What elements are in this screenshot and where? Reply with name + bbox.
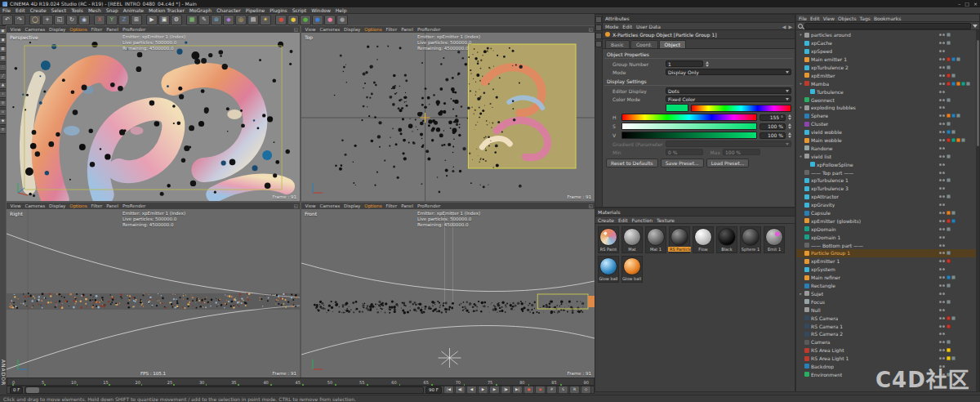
viewport-menu-item[interactable]: Options — [68, 27, 89, 32]
object-menu-item[interactable]: Bookmarks — [874, 16, 902, 21]
object-row[interactable]: Cluster — [796, 120, 976, 128]
visibility-dots[interactable] — [939, 99, 945, 101]
object-row[interactable]: Camera — [796, 338, 976, 346]
material-thumbnail[interactable]: Mat — [621, 226, 643, 253]
value-value-input[interactable]: 100 % — [760, 132, 786, 139]
transport-button[interactable]: ● — [523, 386, 534, 394]
transport-button[interactable]: ▶ — [489, 386, 500, 394]
object-row[interactable]: xpDomain 1 — [796, 233, 976, 241]
tag-icons[interactable] — [947, 251, 974, 255]
visibility-dots[interactable] — [939, 172, 945, 174]
visibility-dots[interactable] — [939, 341, 945, 343]
tag-icons[interactable] — [947, 300, 974, 304]
left-tool-icon[interactable]: ◼ — [0, 37, 7, 44]
material-thumbnail[interactable]: Flow — [693, 226, 714, 253]
visibility-dots[interactable] — [939, 195, 945, 198]
visibility-dots[interactable] — [939, 50, 945, 52]
viewport-menu-item[interactable]: View — [8, 203, 23, 208]
material-thumbnail[interactable]: Glow ball — [598, 256, 619, 283]
visibility-dots[interactable] — [939, 114, 945, 117]
left-tool-icon[interactable]: ▦ — [0, 46, 7, 53]
tag-icons[interactable] — [947, 211, 974, 215]
viewport-menu-item[interactable]: Cameras — [23, 203, 47, 208]
toolbar-icon[interactable] — [183, 16, 185, 25]
object-row[interactable]: ▾ particles around — [796, 31, 976, 39]
tag-icons[interactable] — [947, 122, 974, 126]
hue-value-input[interactable]: 155 ° — [760, 114, 786, 121]
toolbar-icon[interactable]: ● — [300, 15, 311, 25]
expand-icon[interactable]: ▾ — [799, 33, 803, 37]
filter-icon[interactable] — [973, 25, 978, 28]
close-button[interactable]: × — [973, 1, 978, 7]
viewport-menu-item[interactable]: View — [303, 27, 318, 32]
toolbar-icon[interactable]: + — [42, 15, 53, 25]
visibility-dots[interactable] — [939, 357, 945, 360]
viewport-menu-item[interactable]: Options — [363, 203, 384, 208]
tag-icons[interactable] — [947, 41, 974, 45]
toolbar-icon[interactable]: ▶ — [146, 15, 158, 25]
expand-icon[interactable]: ▸ — [799, 292, 803, 296]
toolbar-icon[interactable]: ⚙ — [171, 15, 182, 25]
materials-menu-item[interactable]: Create — [598, 217, 614, 223]
menu-item[interactable]: Plugins — [267, 7, 290, 13]
menu-item[interactable]: Animate — [121, 7, 146, 13]
viewport-menu-item[interactable]: Cameras — [318, 203, 341, 208]
hue-bar[interactable] — [621, 114, 757, 121]
toolbar-icon[interactable]: ☀ — [260, 15, 271, 25]
menu-item[interactable]: Window — [309, 7, 333, 13]
menu-item[interactable]: Help — [333, 7, 350, 13]
timeline-slider-handle[interactable] — [26, 387, 39, 393]
tag-icons[interactable] — [947, 33, 974, 37]
left-tool-icon[interactable]: ▣ — [0, 28, 7, 35]
visibility-dots[interactable] — [939, 179, 945, 181]
transport-button[interactable]: ▶| — [512, 386, 523, 394]
visibility-dots[interactable] — [939, 139, 945, 141]
material-thumbnail[interactable]: Emit 1 — [764, 226, 785, 253]
toolbar-icon[interactable]: ● — [275, 15, 287, 25]
toolbar-icon[interactable]: ◎ — [235, 15, 247, 25]
saturation-stepper[interactable] — [788, 123, 791, 129]
visibility-dots[interactable] — [939, 187, 945, 190]
object-row[interactable]: xpAttractor — [796, 193, 976, 201]
viewport-menu-item[interactable]: Panel — [399, 203, 416, 208]
toolbar-icon[interactable]: ◉ — [78, 15, 90, 25]
visibility-dots[interactable] — [939, 309, 945, 311]
transport-button[interactable]: ◉ — [535, 386, 546, 394]
menu-item[interactable]: File — [0, 7, 13, 13]
color-swatch[interactable] — [666, 104, 688, 112]
object-scrollbar[interactable] — [976, 30, 979, 391]
transport-button[interactable]: P — [546, 386, 557, 394]
object-row[interactable]: ▾ exploding bubbles — [796, 104, 976, 112]
menu-item[interactable]: Tools — [69, 7, 86, 13]
visibility-dots[interactable] — [939, 252, 945, 254]
object-row[interactable]: xpTurbulence 3 — [796, 185, 976, 193]
menu-item[interactable]: Script — [290, 7, 309, 13]
tag-icons[interactable] — [947, 82, 974, 86]
nav-back-icon[interactable]: ◀ — [782, 24, 786, 29]
toolbar-icon[interactable]: ● — [336, 15, 348, 25]
transport-button[interactable]: |◀ — [443, 386, 454, 394]
mode-dropdown[interactable]: Display Only — [666, 69, 791, 75]
viewport-menu-item[interactable]: Panel — [105, 27, 121, 32]
menu-item[interactable]: Pipeline — [243, 7, 267, 13]
toolbar-icon[interactable]: ▣ — [158, 15, 170, 25]
filter-icon[interactable] — [595, 33, 602, 39]
group-number-input[interactable]: 1 — [666, 60, 703, 67]
visibility-dots[interactable] — [939, 244, 945, 247]
tag-icons[interactable] — [947, 340, 974, 344]
object-row[interactable]: Main emitter 1 — [796, 56, 976, 64]
viewport-menu-item[interactable]: Display — [342, 203, 363, 208]
visibility-dots[interactable] — [939, 325, 945, 328]
left-tool-icon[interactable]: ◎ — [0, 100, 7, 107]
object-row[interactable]: xpTurbulence 1 — [796, 176, 976, 185]
transport-button[interactable]: |▶ — [501, 386, 511, 394]
search-icon[interactable] — [798, 24, 803, 29]
visibility-dots[interactable] — [939, 236, 945, 239]
toolbar-icon[interactable]: ⊚ — [211, 15, 222, 25]
visibility-dots[interactable] — [939, 276, 945, 279]
visibility-dots[interactable] — [939, 349, 945, 351]
nav-forward-icon[interactable]: ▶ — [788, 24, 792, 29]
tab-coord[interactable]: Coord. — [630, 40, 658, 48]
tag-icons[interactable] — [947, 65, 974, 69]
viewport-menu-item[interactable]: Display — [47, 203, 68, 208]
